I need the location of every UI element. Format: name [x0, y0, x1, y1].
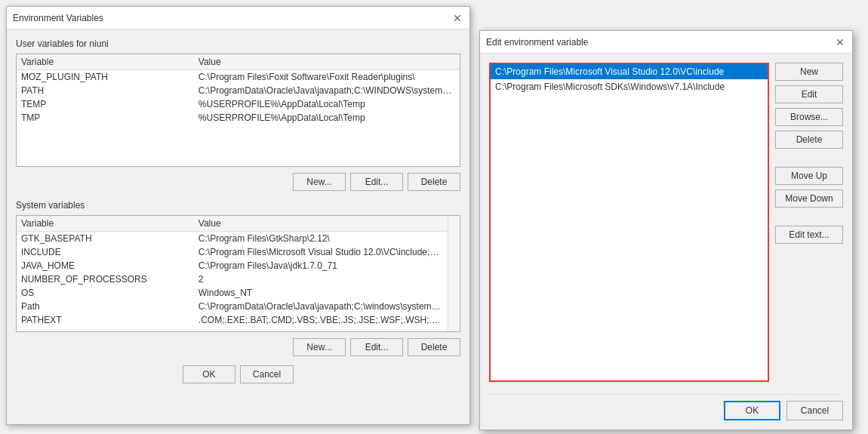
edit-cancel-button[interactable]: Cancel [786, 401, 843, 420]
edit-list: C:\Program Files\Microsoft Visual Studio… [491, 64, 768, 94]
sys-section-label: System variables [16, 200, 460, 211]
sys-new-button[interactable]: New... [293, 338, 346, 356]
edit-new-button[interactable]: New [775, 63, 843, 81]
sys-edit-button[interactable]: Edit... [350, 338, 403, 356]
edit-dialog-title: Edit environment variable [486, 37, 588, 48]
sys-table-row[interactable]: NUMBER_OF_PROCESSORS2 [17, 272, 460, 286]
user-table-row[interactable]: TMP%USERPROFILE%\AppData\Local\Temp [17, 111, 460, 125]
sys-table-row[interactable]: JAVA_HOMEC:\Program Files\Java\jdk1.7.0_… [17, 259, 460, 272]
edit-browse-button[interactable]: Browse... [775, 108, 843, 126]
edit-move-down-button[interactable]: Move Down [775, 189, 843, 208]
env-dialog-title: Environment Variables [13, 13, 103, 23]
edit-btn-area: New Edit Browse... Delete Move Up Move D… [775, 63, 843, 388]
sys-table-row[interactable]: INCLUDEC:\Program Files\Microsoft Visual… [17, 245, 460, 259]
edit-move-up-button[interactable]: Move Up [775, 167, 843, 185]
user-new-button[interactable]: New... [293, 173, 346, 191]
sys-variables-table: Variable Value GTK_BASEPATHC:\Program Fi… [17, 216, 460, 327]
edit-dialog-close-icon[interactable]: ✕ [834, 36, 846, 48]
sys-delete-button[interactable]: Delete [408, 338, 460, 356]
sys-table-row[interactable]: OSWindows_NT [17, 286, 460, 300]
sys-table-header-val: Value [194, 216, 460, 232]
env-ok-button[interactable]: OK [183, 365, 235, 383]
edit-edit-button[interactable]: Edit [775, 85, 843, 103]
env-ok-cancel-row: OK Cancel [16, 365, 460, 383]
user-delete-button[interactable]: Delete [408, 173, 460, 191]
user-table-header-var: Variable [17, 54, 194, 70]
sys-table-row[interactable]: PATHEXT.COM;.EXE;.BAT;.CMD;.VBS;.VBE;.JS… [17, 313, 460, 327]
sys-table-row[interactable]: GTK_BASEPATHC:\Program Files\GtkSharp\2.… [17, 232, 460, 246]
edit-edit-text-button[interactable]: Edit text... [775, 226, 843, 244]
edit-list-item[interactable]: C:\Program Files\Microsoft SDKs\Windows\… [491, 79, 768, 94]
env-cancel-button[interactable]: Cancel [240, 365, 294, 383]
env-dialog-body: User variables for niuni Variable Value … [7, 29, 469, 392]
sys-table-header-var: Variable [17, 216, 194, 232]
edit-list-container[interactable]: C:\Program Files\Microsoft Visual Studio… [489, 63, 769, 382]
env-variables-dialog: Environment Variables ✕ User variables f… [6, 6, 470, 425]
edit-list-item[interactable]: C:\Program Files\Microsoft Visual Studio… [491, 64, 768, 79]
user-section-label: User variables for niuni [16, 38, 460, 49]
user-variables-table: Variable Value MOZ_PLUGIN_PATHC:\Program… [17, 54, 460, 125]
edit-list-area: C:\Program Files\Microsoft Visual Studio… [489, 63, 769, 388]
user-table-row[interactable]: MOZ_PLUGIN_PATHC:\Program Files\Foxit So… [17, 70, 460, 85]
env-dialog-titlebar: Environment Variables ✕ [7, 7, 469, 29]
user-table-row[interactable]: PATHC:\ProgramData\Oracle\Java\javapath;… [17, 84, 460, 97]
user-edit-button[interactable]: Edit... [350, 173, 403, 191]
sys-buttons-row: New... Edit... Delete [16, 338, 460, 356]
edit-layout: C:\Program Files\Microsoft Visual Studio… [489, 63, 843, 388]
user-table-row[interactable]: TEMP%USERPROFILE%\AppData\Local\Temp [17, 97, 460, 111]
scrollbar[interactable] [448, 216, 460, 331]
user-buttons-row: New... Edit... Delete [16, 173, 460, 191]
edit-dialog-body: C:\Program Files\Microsoft Visual Studio… [480, 54, 852, 429]
edit-ok-button[interactable]: OK [724, 401, 780, 420]
edit-dialog-titlebar: Edit environment variable ✕ [480, 31, 852, 54]
user-variables-table-container: Variable Value MOZ_PLUGIN_PATHC:\Program… [16, 54, 460, 167]
env-dialog-close-icon[interactable]: ✕ [451, 12, 463, 24]
sys-variables-table-container: Variable Value GTK_BASEPATHC:\Program Fi… [16, 215, 460, 332]
edit-ok-cancel-row: OK Cancel [489, 394, 843, 420]
sys-table-row[interactable]: PathC:\ProgramData\Oracle\Java\javapath;… [17, 300, 460, 313]
edit-delete-button[interactable]: Delete [775, 131, 843, 149]
edit-env-dialog: Edit environment variable ✕ C:\Program F… [479, 30, 853, 430]
user-table-header-val: Value [194, 54, 460, 70]
